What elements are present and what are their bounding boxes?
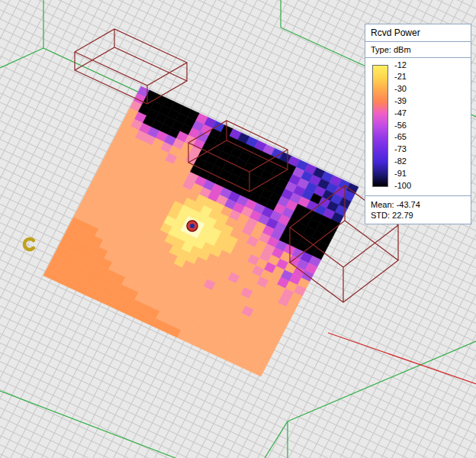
legend-title: Rcvd Power [365, 24, 471, 42]
legend-panel: Rcvd Power Type: dBm -12-21-30-39-47-56-… [365, 24, 471, 224]
colorbar-tick: -82 [394, 157, 407, 166]
mean-value: Mean: -43.74 [371, 199, 465, 210]
colorbar-tick: -12 [394, 61, 407, 69]
colorbar-tick: -100 [394, 182, 411, 190]
legend-stats: Mean: -43.74 STD: 22.79 [365, 196, 471, 224]
viewport[interactable]: Rcvd Power Type: dBm -12-21-30-39-47-56-… [0, 0, 476, 458]
colorbar-tick: -65 [394, 133, 407, 141]
colorbar-tick: -21 [394, 73, 407, 81]
colorbar-tick: -30 [394, 85, 407, 93]
colorbar-gradient [372, 65, 388, 187]
colorbar-tick: -56 [394, 121, 407, 130]
colorbar-tick: -73 [394, 145, 407, 153]
colorbar-tick: -47 [394, 109, 407, 118]
std-value: STD: 22.79 [371, 210, 465, 221]
colorbar-tick: -39 [394, 97, 407, 105]
colorbar-ticks: -12-21-30-39-47-56-65-73-82-91-100 [394, 65, 428, 185]
legend-type-label: Type: dBm [365, 42, 471, 58]
colorbar-tick: -91 [394, 169, 407, 178]
transmitter-marker[interactable] [187, 221, 198, 231]
legend-colorbar-section: -12-21-30-39-47-56-65-73-82-91-100 [365, 58, 471, 196]
